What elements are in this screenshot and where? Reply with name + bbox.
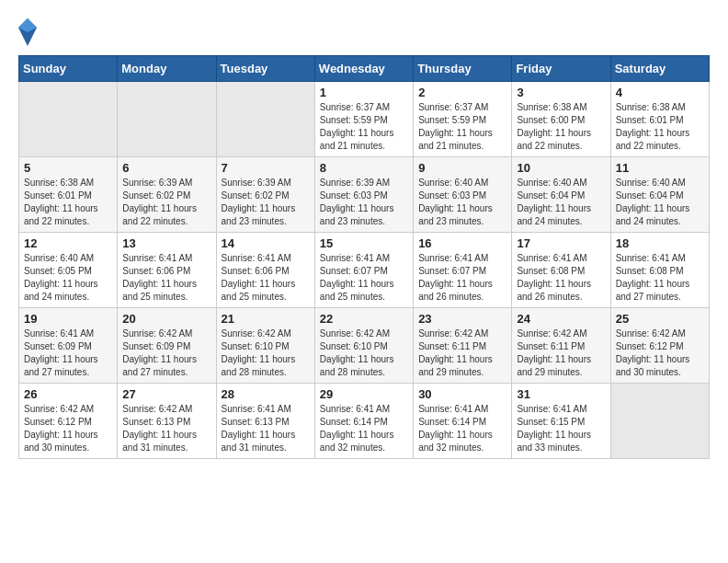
day-info: Sunrise: 6:39 AM Sunset: 6:03 PM Dayligh… [320, 177, 408, 228]
day-number: 13 [122, 236, 210, 250]
day-info: Sunrise: 6:41 AM Sunset: 6:15 PM Dayligh… [517, 403, 605, 454]
day-info: Sunrise: 6:41 AM Sunset: 6:08 PM Dayligh… [616, 252, 704, 304]
calendar-cell: 6Sunrise: 6:39 AM Sunset: 6:02 PM Daylig… [118, 157, 216, 233]
day-info: Sunrise: 6:40 AM Sunset: 6:05 PM Dayligh… [24, 252, 112, 304]
calendar-cell: 12Sunrise: 6:40 AM Sunset: 6:05 PM Dayli… [19, 233, 118, 308]
calendar-cell: 9Sunrise: 6:40 AM Sunset: 6:03 PM Daylig… [414, 157, 512, 233]
day-number: 7 [222, 161, 310, 175]
day-number: 8 [320, 161, 408, 175]
calendar-cell: 30Sunrise: 6:41 AM Sunset: 6:14 PM Dayli… [414, 384, 512, 459]
calendar-cell: 26Sunrise: 6:42 AM Sunset: 6:12 PM Dayli… [19, 384, 118, 459]
day-info: Sunrise: 6:41 AM Sunset: 6:14 PM Dayligh… [320, 403, 408, 454]
calendar-cell: 13Sunrise: 6:41 AM Sunset: 6:06 PM Dayli… [118, 233, 216, 308]
day-number: 5 [24, 161, 112, 175]
day-info: Sunrise: 6:41 AM Sunset: 6:14 PM Dayligh… [418, 403, 506, 454]
page: SundayMondayTuesdayWednesdayThursdayFrid… [0, 0, 728, 468]
day-number: 28 [222, 387, 310, 401]
day-number: 30 [418, 387, 506, 401]
day-number: 23 [418, 312, 506, 326]
day-number: 10 [517, 161, 605, 175]
calendar-cell: 14Sunrise: 6:41 AM Sunset: 6:06 PM Dayli… [216, 233, 314, 308]
day-number: 2 [418, 86, 506, 99]
week-row-1: 5Sunrise: 6:38 AM Sunset: 6:01 PM Daylig… [19, 157, 710, 233]
day-info: Sunrise: 6:40 AM Sunset: 6:04 PM Dayligh… [517, 177, 605, 228]
calendar-cell: 17Sunrise: 6:41 AM Sunset: 6:08 PM Dayli… [512, 233, 610, 308]
day-info: Sunrise: 6:38 AM Sunset: 6:00 PM Dayligh… [517, 101, 605, 153]
calendar-cell: 4Sunrise: 6:38 AM Sunset: 6:01 PM Daylig… [610, 82, 709, 157]
calendar-cell: 15Sunrise: 6:41 AM Sunset: 6:07 PM Dayli… [314, 233, 413, 308]
day-info: Sunrise: 6:37 AM Sunset: 5:59 PM Dayligh… [418, 101, 506, 153]
day-info: Sunrise: 6:40 AM Sunset: 6:04 PM Dayligh… [616, 177, 704, 228]
day-info: Sunrise: 6:39 AM Sunset: 6:02 PM Dayligh… [222, 177, 310, 228]
day-info: Sunrise: 6:41 AM Sunset: 6:07 PM Dayligh… [320, 252, 408, 304]
day-number: 19 [24, 312, 112, 326]
week-row-0: 1Sunrise: 6:37 AM Sunset: 5:59 PM Daylig… [19, 82, 710, 157]
calendar-cell: 7Sunrise: 6:39 AM Sunset: 6:02 PM Daylig… [216, 157, 314, 233]
calendar-cell [610, 384, 709, 459]
calendar-cell [216, 82, 314, 157]
calendar-cell: 22Sunrise: 6:42 AM Sunset: 6:10 PM Dayli… [314, 308, 413, 384]
day-info: Sunrise: 6:37 AM Sunset: 5:59 PM Dayligh… [320, 101, 408, 153]
day-info: Sunrise: 6:41 AM Sunset: 6:06 PM Dayligh… [222, 252, 310, 304]
day-info: Sunrise: 6:38 AM Sunset: 6:01 PM Dayligh… [616, 101, 704, 153]
calendar-cell [118, 82, 216, 157]
weekday-header-thursday: Thursday [414, 56, 512, 82]
day-info: Sunrise: 6:41 AM Sunset: 6:09 PM Dayligh… [24, 327, 112, 379]
logo [18, 18, 39, 46]
day-info: Sunrise: 6:42 AM Sunset: 6:09 PM Dayligh… [122, 327, 210, 379]
calendar-cell: 20Sunrise: 6:42 AM Sunset: 6:09 PM Dayli… [118, 308, 216, 384]
day-info: Sunrise: 6:42 AM Sunset: 6:10 PM Dayligh… [222, 327, 310, 379]
calendar-cell: 1Sunrise: 6:37 AM Sunset: 5:59 PM Daylig… [314, 82, 413, 157]
calendar-cell: 29Sunrise: 6:41 AM Sunset: 6:14 PM Dayli… [314, 384, 413, 459]
day-number: 9 [418, 161, 506, 175]
day-number: 11 [616, 161, 704, 175]
calendar-cell: 8Sunrise: 6:39 AM Sunset: 6:03 PM Daylig… [314, 157, 413, 233]
calendar-cell: 5Sunrise: 6:38 AM Sunset: 6:01 PM Daylig… [19, 157, 118, 233]
day-info: Sunrise: 6:42 AM Sunset: 6:11 PM Dayligh… [418, 327, 506, 379]
day-info: Sunrise: 6:39 AM Sunset: 6:02 PM Dayligh… [122, 177, 210, 228]
calendar-cell: 3Sunrise: 6:38 AM Sunset: 6:00 PM Daylig… [512, 82, 610, 157]
day-number: 16 [418, 236, 506, 250]
day-info: Sunrise: 6:41 AM Sunset: 6:07 PM Dayligh… [418, 252, 506, 304]
calendar-cell: 10Sunrise: 6:40 AM Sunset: 6:04 PM Dayli… [512, 157, 610, 233]
calendar-cell: 28Sunrise: 6:41 AM Sunset: 6:13 PM Dayli… [216, 384, 314, 459]
day-info: Sunrise: 6:40 AM Sunset: 6:03 PM Dayligh… [418, 177, 506, 228]
day-number: 6 [122, 161, 210, 175]
calendar-cell: 16Sunrise: 6:41 AM Sunset: 6:07 PM Dayli… [414, 233, 512, 308]
weekday-header-friday: Friday [512, 56, 610, 82]
weekday-header-saturday: Saturday [610, 56, 709, 82]
day-info: Sunrise: 6:42 AM Sunset: 6:12 PM Dayligh… [24, 403, 112, 454]
day-info: Sunrise: 6:42 AM Sunset: 6:12 PM Dayligh… [616, 327, 704, 379]
day-number: 27 [122, 387, 210, 401]
day-info: Sunrise: 6:38 AM Sunset: 6:01 PM Dayligh… [24, 177, 112, 228]
calendar-cell: 11Sunrise: 6:40 AM Sunset: 6:04 PM Dayli… [610, 157, 709, 233]
day-info: Sunrise: 6:42 AM Sunset: 6:13 PM Dayligh… [122, 403, 210, 454]
day-info: Sunrise: 6:42 AM Sunset: 6:10 PM Dayligh… [320, 327, 408, 379]
week-row-2: 12Sunrise: 6:40 AM Sunset: 6:05 PM Dayli… [19, 233, 710, 308]
header [18, 18, 710, 46]
day-number: 1 [320, 86, 408, 99]
calendar-cell: 19Sunrise: 6:41 AM Sunset: 6:09 PM Dayli… [19, 308, 118, 384]
calendar-cell: 23Sunrise: 6:42 AM Sunset: 6:11 PM Dayli… [414, 308, 512, 384]
weekday-header-row: SundayMondayTuesdayWednesdayThursdayFrid… [19, 56, 710, 82]
week-row-4: 26Sunrise: 6:42 AM Sunset: 6:12 PM Dayli… [19, 384, 710, 459]
day-number: 21 [222, 312, 310, 326]
day-number: 24 [517, 312, 605, 326]
calendar-cell: 21Sunrise: 6:42 AM Sunset: 6:10 PM Dayli… [216, 308, 314, 384]
day-number: 31 [517, 387, 605, 401]
day-info: Sunrise: 6:41 AM Sunset: 6:06 PM Dayligh… [122, 252, 210, 304]
logo-icon [18, 18, 37, 46]
weekday-header-sunday: Sunday [19, 56, 118, 82]
day-number: 14 [222, 236, 310, 250]
weekday-header-wednesday: Wednesday [314, 56, 413, 82]
day-number: 26 [24, 387, 112, 401]
day-info: Sunrise: 6:41 AM Sunset: 6:08 PM Dayligh… [517, 252, 605, 304]
calendar-table: SundayMondayTuesdayWednesdayThursdayFrid… [18, 55, 710, 459]
day-number: 4 [616, 86, 704, 99]
day-info: Sunrise: 6:41 AM Sunset: 6:13 PM Dayligh… [222, 403, 310, 454]
calendar-cell [19, 82, 118, 157]
day-number: 17 [517, 236, 605, 250]
day-number: 12 [24, 236, 112, 250]
day-info: Sunrise: 6:42 AM Sunset: 6:11 PM Dayligh… [517, 327, 605, 379]
weekday-header-monday: Monday [118, 56, 216, 82]
